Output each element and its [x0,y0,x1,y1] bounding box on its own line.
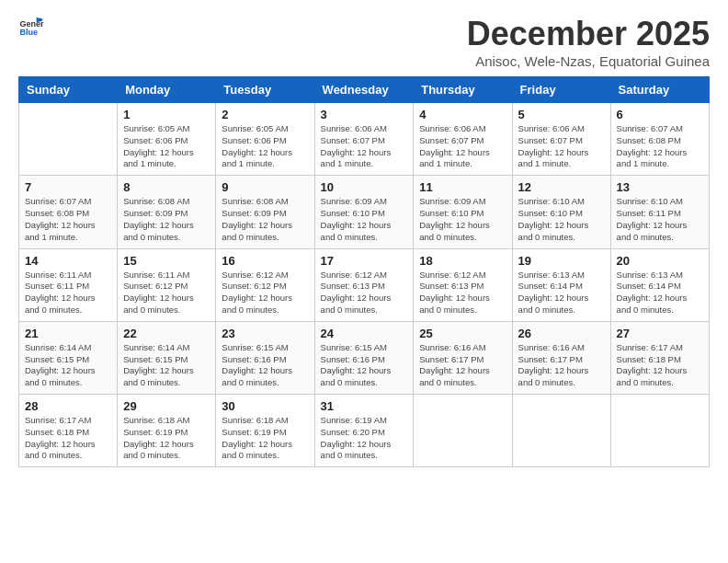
day-info: Sunrise: 6:06 AMSunset: 6:07 PMDaylight:… [518,123,605,170]
day-info: Sunrise: 6:12 AMSunset: 6:12 PMDaylight:… [222,270,308,316]
day-info: Sunrise: 6:15 AMSunset: 6:16 PMDaylight:… [321,342,408,389]
day-number: 28 [25,399,111,413]
page-header: General Blue December 2025 Anisoc, Wele-… [18,15,710,69]
weekday-header: Saturday [610,77,709,103]
calendar-cell: 1Sunrise: 6:05 AMSunset: 6:06 PMDaylight… [118,103,216,176]
day-number: 23 [222,327,308,340]
title-block: December 2025 Anisoc, Wele-Nzas, Equator… [467,15,710,69]
weekday-header: Wednesday [314,77,414,103]
day-number: 8 [123,180,210,194]
calendar-title: December 2025 [467,15,710,53]
day-number: 30 [222,399,308,413]
calendar-cell: 24Sunrise: 6:15 AMSunset: 6:16 PMDayligh… [314,321,414,394]
day-number: 6 [617,108,703,121]
day-info: Sunrise: 6:09 AMSunset: 6:10 PMDaylight:… [321,196,408,243]
day-number: 25 [419,327,506,340]
calendar-cell: 22Sunrise: 6:14 AMSunset: 6:15 PMDayligh… [118,321,216,394]
day-info: Sunrise: 6:19 AMSunset: 6:20 PMDaylight:… [321,415,408,462]
calendar-table: SundayMondayTuesdayWednesdayThursdayFrid… [18,76,710,467]
day-number: 14 [25,254,111,268]
calendar-week-row: 28Sunrise: 6:17 AMSunset: 6:18 PMDayligh… [19,395,710,467]
logo: General Blue [18,15,44,40]
day-info: Sunrise: 6:11 AMSunset: 6:11 PMDaylight:… [25,270,111,316]
calendar-cell: 19Sunrise: 6:13 AMSunset: 6:14 PMDayligh… [512,248,610,321]
day-number: 24 [321,327,408,340]
day-info: Sunrise: 6:18 AMSunset: 6:19 PMDaylight:… [123,415,210,462]
calendar-cell: 2Sunrise: 6:05 AMSunset: 6:06 PMDaylight… [216,103,314,176]
day-info: Sunrise: 6:17 AMSunset: 6:18 PMDaylight:… [617,342,703,389]
day-info: Sunrise: 6:16 AMSunset: 6:17 PMDaylight:… [419,342,506,389]
day-info: Sunrise: 6:07 AMSunset: 6:08 PMDaylight:… [617,123,703,170]
calendar-cell [19,103,118,176]
calendar-cell: 28Sunrise: 6:17 AMSunset: 6:18 PMDayligh… [19,395,118,467]
calendar-cell: 26Sunrise: 6:16 AMSunset: 6:17 PMDayligh… [512,321,610,394]
weekday-header: Monday [118,77,216,103]
calendar-cell: 7Sunrise: 6:07 AMSunset: 6:08 PMDaylight… [19,176,118,248]
weekday-header: Sunday [19,77,118,103]
calendar-cell: 12Sunrise: 6:10 AMSunset: 6:10 PMDayligh… [512,176,610,248]
svg-text:Blue: Blue [19,28,38,37]
day-number: 29 [123,399,210,413]
day-number: 22 [123,327,210,340]
calendar-cell: 14Sunrise: 6:11 AMSunset: 6:11 PMDayligh… [19,248,118,321]
calendar-cell: 21Sunrise: 6:14 AMSunset: 6:15 PMDayligh… [19,321,118,394]
calendar-week-row: 7Sunrise: 6:07 AMSunset: 6:08 PMDaylight… [19,176,710,248]
day-info: Sunrise: 6:12 AMSunset: 6:13 PMDaylight:… [321,270,408,316]
calendar-cell: 8Sunrise: 6:08 AMSunset: 6:09 PMDaylight… [118,176,216,248]
day-number: 20 [617,254,703,268]
day-number: 18 [419,254,506,268]
calendar-cell: 9Sunrise: 6:08 AMSunset: 6:09 PMDaylight… [216,176,314,248]
day-number: 11 [419,180,506,194]
calendar-week-row: 21Sunrise: 6:14 AMSunset: 6:15 PMDayligh… [19,321,710,394]
day-number: 10 [321,180,408,194]
calendar-cell: 23Sunrise: 6:15 AMSunset: 6:16 PMDayligh… [216,321,314,394]
calendar-cell: 13Sunrise: 6:10 AMSunset: 6:11 PMDayligh… [610,176,709,248]
day-number: 19 [518,254,605,268]
day-info: Sunrise: 6:16 AMSunset: 6:17 PMDaylight:… [518,342,605,389]
day-info: Sunrise: 6:08 AMSunset: 6:09 PMDaylight:… [222,196,308,243]
day-number: 16 [222,254,308,268]
calendar-cell: 17Sunrise: 6:12 AMSunset: 6:13 PMDayligh… [314,248,414,321]
calendar-cell: 5Sunrise: 6:06 AMSunset: 6:07 PMDaylight… [512,103,610,176]
day-info: Sunrise: 6:06 AMSunset: 6:07 PMDaylight:… [419,123,506,170]
day-info: Sunrise: 6:15 AMSunset: 6:16 PMDaylight:… [222,342,308,389]
day-number: 3 [321,108,408,121]
day-info: Sunrise: 6:17 AMSunset: 6:18 PMDaylight:… [25,415,111,462]
weekday-header: Thursday [414,77,512,103]
calendar-cell: 27Sunrise: 6:17 AMSunset: 6:18 PMDayligh… [610,321,709,394]
calendar-subtitle: Anisoc, Wele-Nzas, Equatorial Guinea [467,53,710,69]
day-number: 15 [123,254,210,268]
day-number: 2 [222,108,308,121]
calendar-cell: 4Sunrise: 6:06 AMSunset: 6:07 PMDaylight… [414,103,512,176]
day-number: 26 [518,327,605,340]
weekday-header: Tuesday [216,77,314,103]
day-number: 1 [123,108,210,121]
calendar-cell: 3Sunrise: 6:06 AMSunset: 6:07 PMDaylight… [314,103,414,176]
day-info: Sunrise: 6:05 AMSunset: 6:06 PMDaylight:… [123,123,210,170]
calendar-cell [512,395,610,467]
day-info: Sunrise: 6:14 AMSunset: 6:15 PMDaylight:… [25,342,111,389]
day-info: Sunrise: 6:13 AMSunset: 6:14 PMDaylight:… [617,270,703,316]
calendar-cell: 18Sunrise: 6:12 AMSunset: 6:13 PMDayligh… [414,248,512,321]
day-number: 17 [321,254,408,268]
calendar-cell: 11Sunrise: 6:09 AMSunset: 6:10 PMDayligh… [414,176,512,248]
day-number: 13 [617,180,703,194]
day-info: Sunrise: 6:05 AMSunset: 6:06 PMDaylight:… [222,123,308,170]
calendar-cell: 6Sunrise: 6:07 AMSunset: 6:08 PMDaylight… [610,103,709,176]
day-number: 21 [25,327,111,340]
day-info: Sunrise: 6:09 AMSunset: 6:10 PMDaylight:… [419,196,506,243]
calendar-cell: 29Sunrise: 6:18 AMSunset: 6:19 PMDayligh… [118,395,216,467]
logo-icon: General Blue [18,15,44,40]
day-info: Sunrise: 6:07 AMSunset: 6:08 PMDaylight:… [25,196,111,243]
day-number: 12 [518,180,605,194]
day-number: 9 [222,180,308,194]
day-number: 31 [321,399,408,413]
day-info: Sunrise: 6:11 AMSunset: 6:12 PMDaylight:… [123,270,210,316]
day-number: 27 [617,327,703,340]
calendar-week-row: 1Sunrise: 6:05 AMSunset: 6:06 PMDaylight… [19,103,710,176]
day-number: 7 [25,180,111,194]
weekday-header: Friday [512,77,610,103]
day-info: Sunrise: 6:10 AMSunset: 6:11 PMDaylight:… [617,196,703,243]
day-info: Sunrise: 6:08 AMSunset: 6:09 PMDaylight:… [123,196,210,243]
calendar-cell: 10Sunrise: 6:09 AMSunset: 6:10 PMDayligh… [314,176,414,248]
